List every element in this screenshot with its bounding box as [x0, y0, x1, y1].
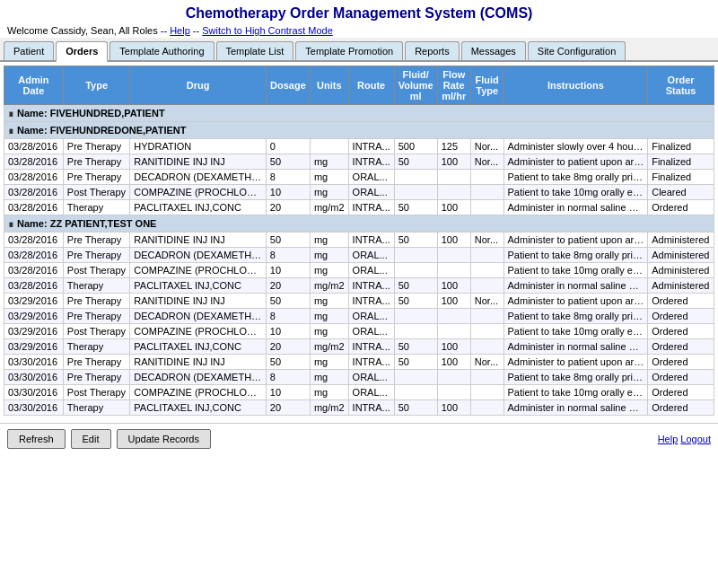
update-records-button[interactable]: Update Records: [117, 429, 212, 449]
table-row[interactable]: 03/29/2016Post TherapyCOMPAZINE (PROCHLO…: [4, 324, 714, 339]
table-row[interactable]: 03/29/2016Pre TherapyRANITIDINE INJ INJ5…: [4, 294, 714, 309]
th-dosage: Dosage: [266, 66, 310, 105]
table-row[interactable]: 03/28/2016Pre TherapyDECADRON (DEXAMETHA…: [4, 170, 714, 185]
tab-messages[interactable]: Messages: [461, 41, 526, 60]
th-instructions: Instructions: [503, 66, 648, 105]
contrast-link[interactable]: Switch to High Contrast Mode: [202, 25, 333, 36]
tab-template-list[interactable]: Template List: [216, 41, 294, 60]
footer: Refresh Edit Update Records Help Logout: [0, 423, 718, 454]
welcome-text: Welcome Cassidy, Sean, All Roles --: [7, 25, 167, 36]
footer-links: Help Logout: [658, 434, 711, 444]
group-header[interactable]: ∎Name: FIVEHUNDREDONE,PATIENT: [4, 122, 714, 139]
table-row[interactable]: 03/29/2016Pre TherapyDECADRON (DEXAMETHA…: [4, 309, 714, 324]
footer-help-link[interactable]: Help: [658, 434, 679, 444]
edit-button[interactable]: Edit: [71, 429, 111, 449]
th-route: Route: [348, 66, 394, 105]
table-row[interactable]: 03/28/2016Pre TherapyHYDRATION0INTRA...5…: [4, 139, 714, 154]
table-row[interactable]: 03/30/2016Pre TherapyRANITIDINE INJ INJ5…: [4, 355, 714, 370]
main-content: Admin Date Type Drug Dosage Units Route …: [0, 62, 718, 419]
help-link[interactable]: Help: [170, 25, 190, 36]
orders-table: Admin Date Type Drug Dosage Units Route …: [4, 66, 714, 416]
table-body: ∎Name: FIVEHUNDRED,PATIENT∎Name: FIVEHUN…: [4, 105, 714, 416]
table-row[interactable]: 03/29/2016TherapyPACLITAXEL INJ,CONC20mg…: [4, 339, 714, 355]
th-flow-rate: Flow Rate ml/hr: [437, 66, 470, 105]
table-row[interactable]: 03/30/2016TherapyPACLITAXEL INJ,CONC20mg…: [4, 400, 714, 416]
table-row[interactable]: 03/28/2016Pre TherapyRANITIDINE INJ INJ5…: [4, 154, 714, 170]
tab-orders[interactable]: Orders: [56, 41, 108, 62]
th-type: Type: [63, 66, 129, 105]
table-row[interactable]: 03/30/2016Post TherapyCOMPAZINE (PROCHLO…: [4, 385, 714, 400]
app-header: Chemotherapy Order Management System (CO…: [0, 0, 718, 23]
th-order-status: Order Status: [648, 66, 714, 105]
logout-link[interactable]: Logout: [680, 434, 711, 444]
th-drug: Drug: [130, 66, 267, 105]
tab-reports[interactable]: Reports: [405, 41, 460, 60]
tab-bar: PatientOrdersTemplate AuthoringTemplate …: [0, 38, 718, 62]
tab-patient[interactable]: Patient: [4, 41, 54, 60]
th-fluid-volume: Fluid/Volumeml: [394, 66, 437, 105]
group-header[interactable]: ∎Name: ZZ PATIENT,TEST ONE: [4, 215, 714, 233]
th-fluid-type: Fluid Type: [470, 66, 503, 105]
table-row[interactable]: 03/28/2016Post TherapyCOMPAZINE (PROCHLO…: [4, 263, 714, 278]
table-row[interactable]: 03/28/2016Post TherapyCOMPAZINE (PROCHLO…: [4, 185, 714, 200]
table-row[interactable]: 03/28/2016TherapyPACLITAXEL INJ,CONC20mg…: [4, 278, 714, 294]
tab-site-configuration[interactable]: Site Configuration: [528, 41, 626, 60]
group-header[interactable]: ∎Name: FIVEHUNDRED,PATIENT: [4, 105, 714, 122]
table-row[interactable]: 03/28/2016Pre TherapyDECADRON (DEXAMETHA…: [4, 248, 714, 263]
th-units: Units: [310, 66, 348, 105]
th-admin-date: Admin Date: [4, 66, 64, 105]
table-row[interactable]: 03/30/2016Pre TherapyDECADRON (DEXAMETHA…: [4, 370, 714, 385]
welcome-bar: Welcome Cassidy, Sean, All Roles -- Help…: [0, 23, 718, 38]
footer-buttons: Refresh Edit Update Records: [7, 429, 211, 449]
table-row[interactable]: 03/28/2016Pre TherapyRANITIDINE INJ INJ5…: [4, 233, 714, 248]
refresh-button[interactable]: Refresh: [7, 429, 66, 449]
tab-template-authoring[interactable]: Template Authoring: [109, 41, 214, 60]
table-row[interactable]: 03/28/2016TherapyPACLITAXEL INJ,CONC20mg…: [4, 200, 714, 215]
table-header-row: Admin Date Type Drug Dosage Units Route …: [4, 66, 714, 105]
tab-template-promotion[interactable]: Template Promotion: [295, 41, 403, 60]
app-title: Chemotherapy Order Management System (CO…: [0, 5, 718, 22]
